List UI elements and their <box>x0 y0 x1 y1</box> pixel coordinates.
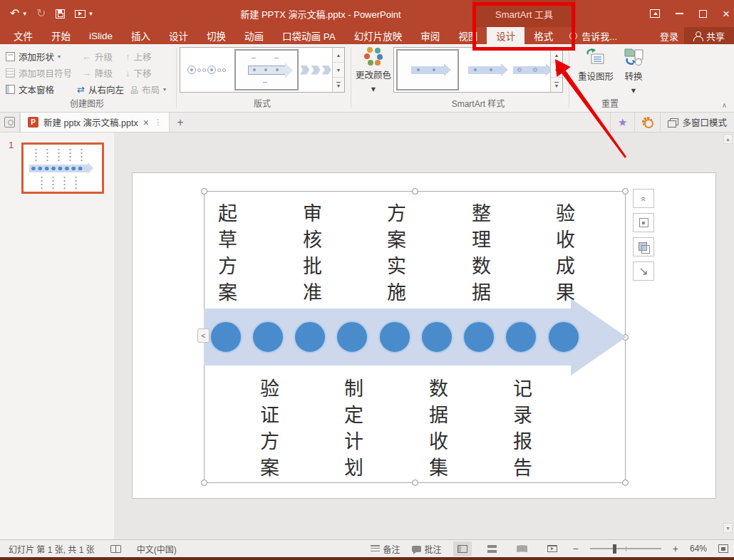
add-shape-button[interactable]: 添加形状 ▾ <box>6 50 61 63</box>
vertical-scrollbar[interactable]: ▲ ▼ <box>723 134 733 533</box>
recent-files-button[interactable] <box>0 113 20 132</box>
slideshow-view-button[interactable] <box>543 541 562 556</box>
undo-icon[interactable]: ↶ <box>10 8 19 19</box>
resize-handle-ne[interactable] <box>622 188 629 195</box>
tab-design[interactable]: 设计 <box>160 27 197 44</box>
scroll-up-icon[interactable]: ▲ <box>723 134 733 144</box>
move-up-icon: ↑ <box>125 51 130 62</box>
smartart-circle[interactable] <box>462 321 495 353</box>
slide[interactable]: 起草方案 审核批准 方案实施 整理数据 验收成果 验证方案 <box>132 172 716 499</box>
sign-in-button[interactable]: 登录 <box>660 27 678 44</box>
resize-handle-s[interactable] <box>412 479 418 486</box>
smartart-circle[interactable] <box>252 321 284 353</box>
share-button[interactable]: 共享 <box>684 27 734 44</box>
tab-slideshow[interactable]: 幻灯片放映 <box>345 27 412 44</box>
tab-transitions[interactable]: 切换 <box>197 27 235 44</box>
tab-file[interactable]: 文件 <box>4 27 42 44</box>
overlap-shapes-button[interactable] <box>633 237 654 256</box>
start-slideshow-icon[interactable] <box>75 10 86 18</box>
resize-handle-nw[interactable] <box>201 188 207 195</box>
slide-sorter-view-button[interactable] <box>483 541 502 556</box>
slide-thumbnail[interactable] <box>21 142 104 194</box>
smartart-top-label[interactable]: 审核批准 <box>298 203 324 308</box>
smartart-circle[interactable] <box>378 321 411 353</box>
move-down-button[interactable]: ↓ 下移 <box>125 66 152 80</box>
smartart-circle[interactable] <box>547 321 580 353</box>
zoom-out-button[interactable]: − <box>573 543 579 554</box>
language-indicator[interactable]: 中文(中国) <box>137 543 177 555</box>
tab-pocket-animation[interactable]: 口袋动画 PA <box>273 27 345 44</box>
promote-button[interactable]: ← 升级 <box>82 50 113 63</box>
collapse-toolbar-button[interactable]: « <box>633 189 654 208</box>
smartart-bottom-label[interactable]: 制定计划 <box>339 378 365 484</box>
zoom-percentage[interactable]: 64% <box>690 544 707 554</box>
tab-review[interactable]: 审阅 <box>411 27 449 44</box>
tab-islide[interactable]: iSlide <box>80 27 122 44</box>
smartart-circle[interactable] <box>294 321 326 353</box>
smartart-bottom-label[interactable]: 记录报告 <box>508 378 534 484</box>
multi-window-mode-button[interactable]: 多窗口模式 <box>660 113 734 132</box>
tab-insert[interactable]: 插入 <box>122 27 160 44</box>
layout-button[interactable]: 品 布局 ▾ <box>130 83 166 96</box>
layout-thumb-basic-timeline-selected[interactable] <box>234 49 299 90</box>
text-pane-toggle-button[interactable]: < <box>197 328 210 343</box>
smartart-bottom-label[interactable]: 验证方案 <box>255 378 281 484</box>
slide-thumbnail-panel: 1 <box>0 133 114 539</box>
layout-icon: 品 <box>130 84 138 95</box>
zoom-in-button[interactable]: + <box>673 543 678 554</box>
smartart-circle[interactable] <box>505 321 537 353</box>
fit-slide-to-window-icon[interactable] <box>718 544 728 553</box>
resize-tool-button[interactable]: ↘ <box>633 261 654 281</box>
maximize-icon[interactable] <box>699 10 707 18</box>
change-colors-button[interactable]: 更改颜色 ▾ <box>353 47 393 94</box>
collapse-ribbon-icon[interactable]: ∧ <box>722 101 727 109</box>
customize-qat-icon[interactable]: ▾ <box>89 11 93 17</box>
scroll-down-icon[interactable]: ▼ <box>723 523 733 533</box>
style-thumb-subtle[interactable] <box>462 49 507 90</box>
style-thumb-selected[interactable] <box>396 49 459 90</box>
text-pane-button[interactable]: 文本窗格 <box>6 83 54 96</box>
proofing-book-icon[interactable] <box>110 545 121 553</box>
move-up-button[interactable]: ↑ 上移 <box>125 50 152 63</box>
resize-handle-sw[interactable] <box>201 479 207 486</box>
zoom-slider-knob[interactable] <box>613 544 616 554</box>
tab-close-icon[interactable]: × <box>143 117 149 128</box>
smartart-top-label[interactable]: 验收成果 <box>551 203 577 308</box>
plugin-settings-button[interactable] <box>634 113 660 132</box>
resize-handle-n[interactable] <box>412 188 418 195</box>
layout-thumb-chevron-process[interactable] <box>300 49 333 90</box>
smartart-top-label[interactable]: 方案实施 <box>382 203 408 308</box>
gallery-down-icon[interactable]: ▼ <box>333 63 344 78</box>
undo-dropdown-icon[interactable]: ▾ <box>23 11 26 17</box>
smartart-circle[interactable] <box>336 321 368 353</box>
tab-menu-icon[interactable]: ⋮ <box>154 118 162 127</box>
redo-icon[interactable]: ↻ <box>36 8 46 19</box>
add-bullet-button[interactable]: 添加项目符号 <box>6 66 72 80</box>
layout-label: 布局 <box>142 83 160 96</box>
gallery-more-icon[interactable]: ▼ <box>333 78 344 92</box>
tab-home[interactable]: 开始 <box>42 27 80 44</box>
normal-view-button[interactable] <box>453 541 472 556</box>
document-tab-active[interactable]: P 新建 pptx 演示文稿.pptx × ⋮ <box>20 113 170 132</box>
smartart-top-label[interactable]: 整理数据 <box>467 203 492 308</box>
center-object-button[interactable] <box>633 213 654 232</box>
ribbon-display-options-icon[interactable] <box>650 9 660 18</box>
layout-thumb-circle-timeline[interactable] <box>182 49 232 90</box>
smartart-top-label[interactable]: 起草方案 <box>213 203 239 308</box>
new-document-tab-button[interactable]: + <box>170 113 191 132</box>
resize-handle-se[interactable] <box>622 479 629 486</box>
save-icon[interactable] <box>56 9 65 19</box>
minimize-icon[interactable] <box>676 13 683 14</box>
smartart-bottom-label[interactable]: 数据收集 <box>424 378 450 484</box>
demote-button[interactable]: → 降级 <box>82 66 113 80</box>
reading-view-button[interactable] <box>513 541 532 556</box>
notes-button[interactable]: 备注 <box>371 543 400 555</box>
zoom-slider[interactable] <box>590 548 661 549</box>
smartart-circle[interactable] <box>420 321 453 353</box>
comments-button[interactable]: 批注 <box>412 543 442 555</box>
tab-animations[interactable]: 动画 <box>235 27 273 44</box>
right-to-left-button[interactable]: ⇄ 从右向左 <box>77 83 124 96</box>
close-icon[interactable]: × <box>723 8 730 20</box>
smartart-circle[interactable] <box>210 321 242 353</box>
gallery-up-icon[interactable]: ▲ <box>333 48 344 63</box>
